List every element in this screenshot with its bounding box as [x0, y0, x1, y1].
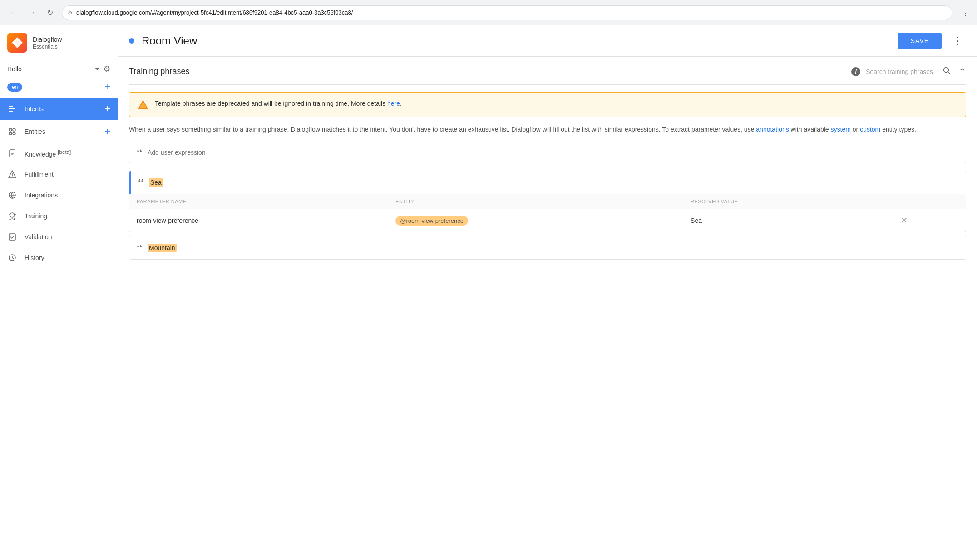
back-button[interactable]: ← — [7, 6, 20, 19]
agent-settings-icon[interactable]: ⚙ — [103, 64, 110, 74]
browser-menu-button[interactable]: ⋮ — [962, 8, 970, 18]
col-param-name: PARAMETER NAME — [129, 194, 388, 209]
warning-message: Template phrases are deprecated and will… — [155, 99, 402, 108]
address-bar[interactable]: ⚙ dialogflow.cloud.google.com/#/agent/my… — [62, 5, 952, 20]
parameter-table: PARAMETER NAME ENTITY RESOLVED VALUE roo… — [129, 194, 966, 232]
history-label: History — [25, 254, 110, 261]
url-text: dialogflow.cloud.google.com/#/agent/mypr… — [76, 9, 947, 16]
info-icon[interactable]: i — [851, 67, 860, 76]
table-row: room-view-preference @room-view-preferen… — [129, 209, 966, 232]
entities-add-button[interactable]: + — [104, 126, 110, 138]
logo-text-block: Dialogflow Essentials — [33, 35, 62, 50]
sidebar-item-integrations[interactable]: Integrations — [0, 185, 118, 206]
add-language-button[interactable]: + — [105, 82, 110, 92]
collapse-icon[interactable]: ⌃ — [958, 66, 966, 77]
sea-highlighted: Sea — [149, 178, 163, 187]
agent-dropdown-icon[interactable] — [95, 68, 99, 70]
search-svg — [942, 66, 951, 75]
svg-point-15 — [12, 177, 13, 177]
logo-icon — [7, 33, 27, 53]
svg-point-23 — [944, 68, 949, 73]
delete-param-button[interactable]: ✕ — [901, 216, 908, 226]
system-link[interactable]: system — [831, 126, 851, 133]
history-icon — [7, 253, 17, 263]
entity-chip: @room-view-preference — [395, 216, 468, 226]
mountain-expression-text: Mountain — [148, 244, 177, 251]
sidebar: Dialogflow Essentials Hello ⚙ en + — [0, 25, 118, 560]
sidebar-item-history[interactable]: History — [0, 247, 118, 268]
intent-indicator — [129, 38, 134, 44]
forward-button[interactable]: → — [25, 6, 38, 19]
logo-name: Dialogflow — [33, 35, 62, 44]
description-main: When a user says something similar to a … — [129, 126, 756, 133]
svg-point-27 — [143, 107, 143, 108]
custom-link[interactable]: custom — [860, 126, 880, 133]
sea-expression-item[interactable]: ❛❛ Sea — [129, 171, 966, 194]
warning-text-content: Template phrases are deprecated and will… — [155, 100, 387, 107]
browser-chrome: ← → ↻ ⚙ dialogflow.cloud.google.com/#/ag… — [0, 0, 977, 25]
fulfillment-icon — [7, 169, 17, 179]
svg-point-6 — [13, 128, 15, 131]
training-label: Training — [25, 212, 110, 220]
col-entity: ENTITY — [388, 194, 683, 209]
validation-label: Validation — [25, 233, 110, 241]
svg-point-8 — [13, 132, 15, 135]
sidebar-item-fulfillment[interactable]: Fulfillment — [0, 164, 118, 185]
sidebar-item-intents[interactable]: Intents + — [0, 98, 118, 120]
agent-name: Hello — [7, 65, 91, 73]
add-expression-row: ❛❛ — [129, 142, 966, 163]
page-title: Room View — [142, 34, 891, 47]
add-expression-input[interactable] — [148, 149, 958, 156]
mountain-highlighted: Mountain — [148, 244, 177, 252]
description-text: When a user says something similar to a … — [129, 124, 966, 134]
language-row: en + — [0, 78, 118, 96]
sidebar-header: Dialogflow Essentials — [0, 25, 118, 60]
annotations-link[interactable]: annotations — [756, 126, 789, 133]
language-badge[interactable]: en — [7, 83, 22, 92]
dialogflow-logo-svg — [11, 36, 24, 49]
section-title: Training phrases — [129, 67, 846, 76]
sidebar-item-training[interactable]: Training — [0, 206, 118, 226]
svg-rect-2 — [9, 106, 13, 107]
security-icon: ⚙ — [68, 10, 73, 16]
sidebar-item-knowledge[interactable]: Knowledge [beta] — [0, 143, 118, 164]
logo-subtitle: Essentials — [33, 44, 62, 50]
validation-svg — [8, 232, 17, 241]
sidebar-item-validation[interactable]: Validation — [0, 226, 118, 247]
search-icon[interactable] — [942, 66, 951, 77]
delete-cell: ✕ — [893, 209, 966, 232]
validation-icon — [7, 232, 17, 242]
more-options-button[interactable]: ⋮ — [949, 33, 966, 49]
resolved-value-cell: Sea — [683, 209, 893, 232]
param-table-header: PARAMETER NAME ENTITY RESOLVED VALUE — [129, 194, 966, 209]
entities-svg — [8, 127, 17, 136]
warning-link[interactable]: here — [387, 100, 400, 107]
quote-icon-mountain: ❛❛ — [137, 243, 142, 253]
search-training-placeholder: Search training phrases — [866, 68, 933, 75]
history-svg — [8, 253, 17, 262]
svg-point-18 — [10, 213, 15, 217]
warning-svg — [138, 99, 148, 110]
save-button[interactable]: SAVE — [898, 33, 942, 49]
sea-expression-text: Sea — [149, 179, 163, 186]
intents-label: Intents — [25, 105, 97, 113]
param-name-cell: room-view-preference — [129, 209, 388, 232]
col-actions — [893, 194, 966, 209]
knowledge-icon — [7, 148, 17, 158]
mountain-expression-item[interactable]: ❛❛ Mountain — [129, 236, 966, 259]
entities-icon — [7, 127, 17, 137]
sea-expression-container: ❛❛ Sea PARAMETER NAME ENTITY RESOLVED VA… — [129, 171, 966, 232]
refresh-button[interactable]: ↻ — [44, 6, 56, 19]
svg-rect-21 — [9, 234, 15, 240]
sidebar-item-entities[interactable]: Entities + — [0, 120, 118, 143]
integrations-svg — [8, 191, 17, 200]
quote-icon-sea: ❛❛ — [138, 177, 143, 187]
desc-with: with available — [791, 126, 831, 133]
integrations-label: Integrations — [25, 192, 110, 199]
content-area: Training phrases i Search training phras… — [118, 57, 977, 560]
fulfillment-svg — [8, 170, 17, 179]
mountain-expression-container: ❛❛ Mountain — [129, 236, 966, 260]
knowledge-svg — [8, 149, 17, 158]
intents-add-button[interactable]: + — [104, 103, 110, 115]
desc-or: or — [853, 126, 860, 133]
